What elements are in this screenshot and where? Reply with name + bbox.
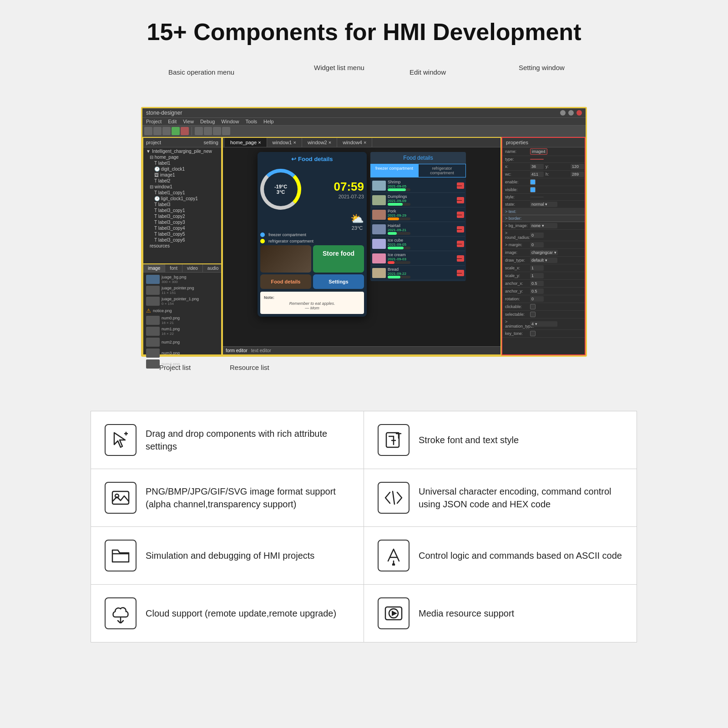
prop-val-x[interactable]: 36: [530, 164, 544, 169]
tree-item[interactable]: T label1: [144, 160, 220, 166]
menu-tools[interactable]: Tools: [245, 119, 257, 124]
prop-val-scalex[interactable]: 1: [530, 265, 544, 271]
tree-item[interactable]: T label2: [144, 178, 220, 184]
resource-item[interactable]: num2.png: [145, 337, 220, 348]
food-delete-btn[interactable]: —: [457, 226, 464, 233]
prop-val-name[interactable]: image4: [530, 148, 547, 155]
editor-tabs[interactable]: home_page × window1 × window2 × window4 …: [223, 138, 500, 147]
maximize-btn[interactable]: [568, 110, 574, 116]
resource-item[interactable]: juage_bg.png300 × 300: [145, 274, 220, 285]
prop-select-animtype[interactable]: 4 ▾: [530, 321, 557, 327]
menu-help[interactable]: Help: [263, 119, 274, 124]
res-tab-image[interactable]: image: [143, 264, 165, 272]
tree-item[interactable]: T label3: [144, 202, 220, 207]
toolbar-align[interactable]: [213, 127, 221, 135]
prop-val-rr[interactable]: 0: [530, 233, 544, 238]
ide-menubar[interactable]: Project Edit View Debug Window Tools Hel…: [142, 117, 586, 125]
toolbar-undo[interactable]: [195, 127, 203, 135]
btab-form-editor[interactable]: form editor: [226, 348, 248, 353]
food-delete-btn[interactable]: —: [457, 212, 464, 218]
food-delete-btn[interactable]: —: [457, 182, 464, 189]
tree-item[interactable]: resources: [144, 243, 220, 249]
prop-check-visible[interactable]: [530, 187, 536, 192]
resource-tabs[interactable]: image font video audio: [143, 264, 221, 273]
tree-item[interactable]: 🖼 image1: [144, 172, 220, 178]
toolbar-new[interactable]: [144, 127, 152, 135]
tab-window2[interactable]: window2 ×: [302, 138, 337, 147]
feature-card-stroke-font: Stroke font and text style: [364, 411, 637, 469]
prop-val-style[interactable]: [530, 197, 544, 197]
resource-item[interactable]: num1.png16 × 22: [145, 326, 220, 337]
tree-item[interactable]: 🕐 digit_clock1: [144, 166, 220, 172]
prop-val-anchorx[interactable]: 0.5: [530, 281, 544, 286]
prop-val-rotation[interactable]: 0: [530, 296, 544, 302]
tree-item[interactable]: ⊟ window1: [144, 184, 220, 190]
food-delete-btn[interactable]: —: [457, 270, 464, 276]
food-delete-btn[interactable]: —: [457, 241, 464, 247]
prop-val-scaley[interactable]: 1: [530, 273, 544, 278]
prop-check-clickable[interactable]: [530, 304, 536, 309]
toolbar-grid[interactable]: [222, 127, 230, 135]
tree-item[interactable]: ⊟ home_page: [144, 154, 220, 160]
prop-val-y[interactable]: 120: [571, 164, 584, 169]
prop-section-text[interactable]: > text:: [502, 208, 585, 215]
prop-select-state[interactable]: normal ▾: [530, 202, 557, 207]
prop-check-selectable[interactable]: [530, 312, 536, 317]
btab-text-editor[interactable]: text editor: [251, 348, 271, 353]
settings-card[interactable]: Settings: [313, 274, 364, 289]
menu-view[interactable]: View: [183, 119, 194, 124]
prop-val-wc[interactable]: 411: [530, 172, 544, 177]
menu-edit[interactable]: Edit: [168, 119, 177, 124]
toolbar-save[interactable]: [162, 127, 171, 135]
food-details-card[interactable]: Food details: [260, 274, 311, 289]
prop-section-border[interactable]: > border:: [502, 215, 585, 222]
tree-item[interactable]: T label3_copy5: [144, 231, 220, 237]
prop-check-enable[interactable]: [530, 179, 536, 185]
prop-val-margin[interactable]: 0: [530, 242, 544, 248]
food-delete-btn[interactable]: —: [457, 197, 464, 203]
properties-title: properties: [502, 138, 585, 147]
res-tab-font[interactable]: font: [165, 264, 182, 272]
tree-item[interactable]: 🕐 ligit_clock1_copy1: [144, 196, 220, 202]
tab-window4[interactable]: window4 ×: [337, 138, 372, 147]
tab-refrigerator[interactable]: refrigerator compartment: [418, 164, 466, 177]
prop-select-image[interactable]: chargingcar ▾: [530, 250, 558, 255]
menu-window[interactable]: Window: [221, 119, 239, 124]
resource-item[interactable]: juage_pointer_1.png0 × 154: [145, 296, 220, 307]
food-img-card[interactable]: [260, 245, 311, 273]
prop-select-bgimage[interactable]: none ▾: [530, 223, 557, 228]
window-controls[interactable]: [560, 110, 582, 116]
prop-select-drawtype[interactable]: default ▾: [530, 258, 557, 263]
resource-item[interactable]: ⚠ notice.png: [145, 307, 220, 315]
tab-window1[interactable]: window1 ×: [267, 138, 302, 147]
tree-item[interactable]: T label3_copy3: [144, 219, 220, 225]
tree-item[interactable]: T label3_copy2: [144, 213, 220, 219]
prop-val-anchory[interactable]: 0.5: [530, 288, 544, 294]
resource-item[interactable]: num0.png16 × 21: [145, 315, 220, 326]
res-tab-video[interactable]: video: [182, 264, 203, 272]
toolbar-redo[interactable]: [204, 127, 212, 135]
prop-val-h[interactable]: 289: [571, 172, 584, 177]
tree-item[interactable]: T label3_copy1: [144, 207, 220, 213]
food-delete-btn[interactable]: —: [457, 255, 464, 262]
tab-home-page[interactable]: home_page ×: [225, 138, 267, 147]
tree-item[interactable]: T label3_copy4: [144, 225, 220, 231]
res-tab-audio[interactable]: audio: [203, 264, 223, 272]
tree-item[interactable]: T label1_copy1: [144, 190, 220, 196]
store-food-card[interactable]: Store food: [313, 245, 364, 273]
toolbar-stop[interactable]: [181, 127, 189, 135]
food-list: Shrimp 2021-09-05 — Dumplings: [370, 177, 466, 281]
minimize-btn[interactable]: [560, 110, 566, 116]
menu-debug[interactable]: Debug: [200, 119, 215, 124]
tree-item[interactable]: ▼ Intelligent_charging_pile_new: [144, 148, 220, 154]
menu-project[interactable]: Project: [146, 119, 162, 124]
bottom-tabs[interactable]: form editor text editor: [223, 346, 500, 354]
toolbar-run[interactable]: [172, 127, 180, 135]
tree-item[interactable]: T label3_copy6: [144, 237, 220, 243]
resource-item[interactable]: juage_pointer.png11 × 151: [145, 285, 220, 296]
toolbar-open[interactable]: [153, 127, 162, 135]
close-btn[interactable]: [576, 110, 582, 116]
food-tabs[interactable]: freezer compartment refrigerator compart…: [370, 164, 466, 177]
prop-check-keytone[interactable]: [530, 331, 536, 336]
tab-freezer[interactable]: freezer compartment: [370, 164, 418, 177]
